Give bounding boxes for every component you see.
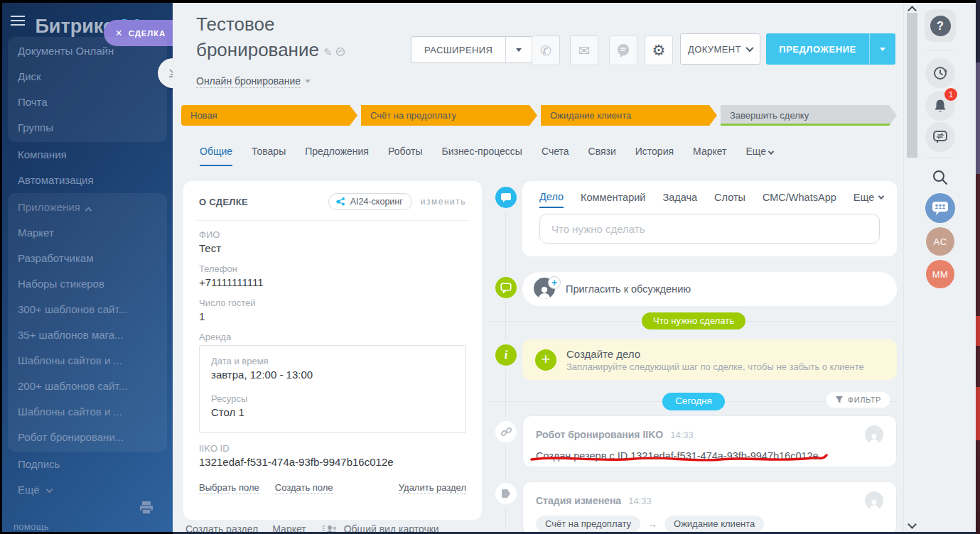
timeline-entry-robot[interactable]: Робот бронирования IIKO 14:33 Создан рез… [522, 415, 897, 467]
avatar-mm[interactable]: MM [925, 260, 956, 288]
sidebar-item-documents[interactable]: Документы Онлайн [8, 38, 167, 64]
right-rail: ? 1 AC MM [903, 3, 976, 532]
sidebar-menu: Документы Онлайн Диск Почта Группы Компа… [8, 37, 167, 503]
tab-quotes[interactable]: Предложения [305, 142, 369, 166]
card-footer-links: Создать раздел Маркет Общий вид карточки [185, 523, 484, 532]
scroll-down-icon[interactable] [908, 520, 917, 529]
today-pill[interactable]: Сегодня [662, 393, 725, 410]
discussion-bubble-icon [495, 277, 517, 298]
edit-pencil-icon[interactable]: ✎ [323, 46, 333, 58]
tl-tab-more[interactable]: Еще [854, 192, 884, 207]
sidebar-item-groups[interactable]: Группы [8, 115, 167, 141]
tab-robots[interactable]: Роботы [388, 142, 422, 166]
sidebar-item-templates-200[interactable]: 200+ шаблонов сайт... [8, 374, 167, 399]
tab-relations[interactable]: Связи [588, 142, 616, 166]
document-button[interactable]: ДОКУМЕНТ [680, 33, 760, 65]
sidebar-item-mail[interactable]: Почта [8, 89, 167, 115]
pipeline-selector[interactable]: Онлайн бронирование [196, 75, 311, 87]
card-view-link[interactable]: Общий вид карточки [344, 523, 439, 532]
field-iiko-id[interactable]: IIKO ID 1321edaf-f531-474a-93fb-9947b16c… [199, 443, 466, 468]
field-resources[interactable]: Ресурсы Стол 1 [211, 393, 454, 418]
delete-section-link[interactable]: Удалить раздел [399, 482, 466, 494]
extensions-button[interactable]: РАСШИРЕНИЯ [411, 36, 532, 63]
ai-scoring-badge[interactable]: AI24-скоринг [328, 193, 412, 210]
offer-button[interactable]: ПРЕДЛОЖЕНИЕ [766, 33, 895, 65]
todo-input[interactable] [539, 214, 880, 244]
field-name[interactable]: ФИО Тест [199, 229, 466, 254]
sidebar-item-applications[interactable]: Приложения [8, 195, 167, 220]
page-scrollbar[interactable] [907, 3, 918, 532]
tab-business-processes[interactable]: Бизнес-процессы [441, 142, 522, 166]
tab-history[interactable]: История [635, 142, 674, 166]
tab-general[interactable]: Общие [200, 142, 232, 166]
tl-tab-sms-whatsapp[interactable]: СМС/WhatsApp [763, 192, 836, 207]
chat-button[interactable] [609, 36, 637, 65]
hamburger-menu-icon[interactable] [11, 13, 25, 28]
avatar-ac[interactable]: AC [925, 227, 956, 256]
tl-tab-slots[interactable]: Слоты [714, 192, 745, 207]
tl-tab-task[interactable]: Задача [662, 192, 697, 207]
filter-button[interactable]: ФИЛЬТР [826, 392, 890, 408]
sidebar-item-disk[interactable]: Диск [8, 64, 167, 89]
copy-link-icon[interactable] [335, 47, 345, 57]
email-button[interactable]: ✉ [570, 36, 598, 65]
tl-tab-activity[interactable]: Дело [539, 191, 564, 208]
sidebar-item-site-templates-2[interactable]: Шаблоны сайтов и ... [8, 399, 167, 425]
edit-link[interactable]: изменить [421, 197, 466, 207]
extensions-dropdown[interactable] [506, 48, 532, 52]
sidebar-item-company[interactable]: Компания [8, 142, 167, 168]
about-deal-title: О СДЕЛКЕ [199, 197, 328, 207]
tab-market[interactable]: Маркет [693, 142, 726, 166]
timeline-entry-stage-change[interactable]: Стадия изменена 14:33 Счёт на предоплату… [522, 481, 897, 532]
sidebar-item-signature[interactable]: Подпись [8, 452, 167, 477]
create-activity-card[interactable]: + Создайте дело Запланируйте следующий ш… [522, 339, 897, 380]
group-chat-button[interactable] [925, 193, 956, 223]
todo-pill-button[interactable]: Что нужно сделать [642, 312, 745, 329]
bitrix24-deal-page: Битрикс 24 × СДЕЛКА Документы Онлайн Дис… [0, 0, 980, 534]
collapse-arrow-icon [167, 67, 173, 79]
help-button[interactable]: ? [925, 9, 956, 42]
message-history-button[interactable] [925, 122, 956, 152]
create-field-link[interactable]: Создать поле [275, 482, 333, 494]
field-datetime[interactable]: Дата и время завтра, 12:00 - 13:00 [211, 356, 454, 381]
chevron-down-icon [45, 486, 53, 493]
tab-products[interactable]: Товары [252, 142, 286, 166]
tab-more[interactable]: Еще [745, 142, 772, 166]
printer-icon[interactable] [139, 501, 154, 518]
search-button[interactable] [925, 165, 956, 190]
time-management-button[interactable] [925, 58, 956, 88]
help-link[interactable]: помощь [14, 521, 49, 532]
tab-invoices[interactable]: Счета [542, 142, 569, 166]
offer-dropdown[interactable] [870, 48, 895, 51]
sidebar-item-templates-35[interactable]: 35+ шаблонов мага... [8, 322, 167, 348]
tl-tab-comment[interactable]: Комментарий [581, 192, 645, 207]
stage-close-deal[interactable]: Завершить сделку [721, 105, 897, 126]
create-section-link[interactable]: Создать раздел [185, 523, 258, 532]
sidebar-item-site-templates-1[interactable]: Шаблоны сайтов и ... [8, 348, 167, 374]
sidebar-item-automation[interactable]: Автоматизация [8, 168, 167, 193]
invite-discussion-card[interactable]: + Пригласить к обсуждению [522, 272, 897, 306]
stage-prepayment-invoice[interactable]: Счёт на предоплату [361, 105, 537, 126]
notifications-button[interactable]: 1 [925, 91, 956, 121]
settings-button[interactable]: ⚙ [645, 36, 673, 65]
sidebar-item-stickers[interactable]: Наборы стикеров [8, 271, 167, 297]
field-guests[interactable]: Число гостей 1 [199, 298, 466, 322]
sidebar-item-more[interactable]: Ещё [8, 477, 167, 503]
logo-row: Битрикс 24 × СДЕЛКА [2, 3, 173, 40]
sidebar-item-developers[interactable]: Разработчикам [8, 246, 167, 271]
select-field-link[interactable]: Выбрать поле [199, 482, 259, 494]
field-phone[interactable]: Телефон +71111111111 [199, 263, 466, 288]
call-button[interactable]: ✆ [532, 36, 560, 65]
question-icon: ? [930, 16, 951, 36]
sidebar-item-templates-300[interactable]: 300+ шаблонов сайт... [8, 297, 167, 322]
sidebar-item-booking-robot[interactable]: Робот бронировани... [8, 425, 167, 450]
chevron-down-icon [880, 48, 885, 51]
scrollbar-thumb[interactable] [907, 13, 917, 158]
add-activity-button[interactable]: + [535, 349, 556, 371]
market-link[interactable]: Маркет [272, 523, 306, 532]
stage-new[interactable]: Новая [181, 105, 357, 126]
entry-title: Робот бронирования IIKO [536, 429, 663, 440]
stage-waiting-client[interactable]: Ожидание клиента [541, 105, 717, 126]
sidebar-item-market[interactable]: Маркет [8, 220, 167, 246]
entry-title: Стадия изменена [536, 495, 621, 506]
